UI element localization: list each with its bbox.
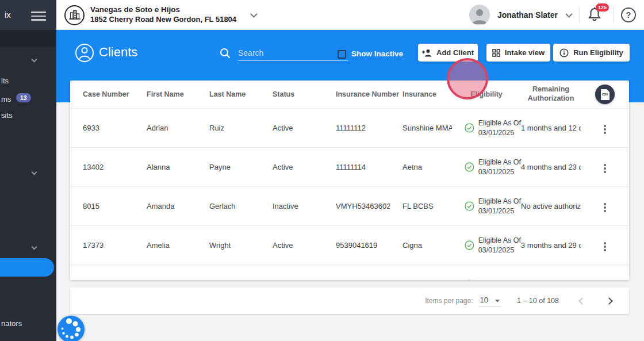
add-client-button[interactable]: Add Client: [418, 44, 478, 62]
cell-case-number: 8015: [70, 202, 134, 210]
column-header-case-number: Case Number: [70, 90, 134, 98]
avatar: [469, 5, 490, 25]
sidebar-item-its[interactable]: its: [1, 76, 9, 85]
cell-case-number: 13402: [70, 163, 134, 171]
intake-view-button[interactable]: Intake view: [486, 44, 550, 62]
sidebar-item-count-badge: 13: [16, 93, 31, 102]
help-button[interactable]: ?: [621, 7, 636, 22]
row-menu-button[interactable]: [600, 240, 610, 254]
cell-status: Active: [260, 241, 323, 250]
row-menu-button[interactable]: [600, 279, 610, 280]
items-per-page-label: Items per page:: [425, 297, 473, 305]
cell-remaining-authorization: 1 months and 12 days: [521, 124, 581, 132]
sidebar-divider: [0, 30, 56, 47]
grid-icon: [492, 49, 500, 57]
row-menu-button[interactable]: [600, 122, 610, 136]
column-header-remaining-authorization: Remaining Authorization: [521, 85, 581, 103]
row-menu-button[interactable]: [600, 201, 610, 214]
menu-toggle-button[interactable]: [31, 12, 46, 23]
divider: [579, 6, 580, 24]
show-inactive-checkbox[interactable]: [338, 50, 346, 59]
cell-first-name: Adrian: [134, 124, 197, 132]
cell-insurance-number: VMYH53463602: [323, 202, 390, 210]
sidebar-item-sits[interactable]: sits: [1, 111, 13, 120]
person-add-icon: [422, 49, 432, 57]
eligible-check-icon: [465, 201, 474, 212]
chevron-down-icon[interactable]: [565, 10, 573, 18]
table-row[interactable]: 16094 Amy Roberts Active 9539041619 FL M…: [70, 265, 629, 280]
cell-first-name: Amelia: [134, 241, 197, 250]
cell-last-name: Payne: [197, 163, 260, 171]
column-header-eligibility: Eligibility: [452, 90, 521, 98]
top-app-bar: Vanegas de Soto e Hijos 1852 Cherry Road…: [56, 0, 644, 30]
chevron-down-icon[interactable]: [32, 57, 37, 63]
cell-insurance: Aetna: [390, 163, 452, 171]
table-row[interactable]: 8015 Amanda Gerlach Inactive VMYH5346360…: [70, 186, 629, 225]
run-eligibility-button[interactable]: Run Eligibility: [553, 44, 630, 62]
cell-eligibility: Eligible As Of03/01/2025: [452, 236, 521, 255]
cell-insurance-number: 9539041619: [323, 241, 390, 250]
accessibility-widget-button[interactable]: [57, 316, 85, 341]
sidebar-item-ms[interactable]: ms: [1, 95, 11, 104]
cell-case-number: 6933: [70, 124, 134, 132]
cell-remaining-authorization: 3 months and 29 days: [521, 241, 581, 250]
cell-insurance: Cigna: [390, 241, 452, 250]
cell-eligibility: Eligible As Of03/01/2025: [452, 197, 521, 216]
divider: [613, 6, 614, 24]
eligible-check-icon: [465, 279, 474, 280]
sidebar-active-item[interactable]: [0, 258, 54, 277]
dots-wheel-icon: [57, 316, 85, 341]
cell-insurance: Sunshine MMA Med...: [390, 124, 452, 132]
clients-icon: [75, 43, 94, 65]
cell-insurance-number: 11111112: [323, 124, 390, 132]
page-size-select[interactable]: 10: [479, 296, 501, 306]
organization-address: 1852 Cherry Road New Gordon, FL 51804: [90, 15, 236, 24]
column-header-last-name: Last Name: [197, 90, 260, 98]
column-header-status: Status: [260, 90, 323, 98]
organization-logo-icon: [64, 5, 85, 25]
row-menu-button[interactable]: [600, 162, 610, 175]
table-row[interactable]: 13402 Alanna Payne Active 11111114 Aetna…: [70, 147, 629, 186]
eligible-check-icon: [465, 240, 474, 251]
cell-status: Active: [260, 163, 323, 171]
table-row[interactable]: 17373 Amelia Wright Active 9539041619 Ci…: [70, 225, 629, 265]
clients-table: Case Number First Name Last Name Status …: [70, 81, 629, 280]
column-header-insurance-number: Insurance Number: [323, 90, 390, 98]
cell-insurance-number: 11111114: [323, 163, 390, 171]
chevron-down-icon[interactable]: [32, 244, 37, 250]
eligible-check-icon: [465, 162, 474, 173]
search-input[interactable]: [238, 45, 348, 61]
caret-down-icon: [495, 300, 500, 302]
cell-case-number: 17373: [70, 241, 134, 250]
export-csv-button[interactable]: CSV: [595, 85, 615, 104]
cell-first-name: Alanna: [134, 163, 197, 171]
organization-switcher[interactable]: Vanegas de Soto e Hijos 1852 Cherry Road…: [64, 0, 256, 30]
pagination-range: 1 – 10 of 108: [517, 297, 559, 305]
show-inactive-label: Show Inactive: [351, 49, 403, 58]
cell-eligibility: Eligible As Of: [452, 279, 521, 280]
csv-file-icon: CSV: [601, 89, 610, 100]
cell-insurance: FL BCBS: [390, 202, 452, 210]
next-page-button[interactable]: [605, 297, 613, 305]
notifications-button[interactable]: 125: [587, 5, 605, 25]
eligible-check-icon: [465, 122, 474, 133]
notification-count-badge: 125: [596, 3, 609, 12]
sidebar-item-nators[interactable]: nators: [1, 319, 22, 328]
cell-eligibility: Eligible As Of03/01/2025: [452, 158, 521, 177]
sidebar-header: ix: [0, 0, 56, 30]
search-icon: [220, 48, 231, 61]
table-row[interactable]: 6933 Adrian Ruiz Active 11111112 Sunshin…: [70, 108, 629, 147]
cell-last-name: Gerlach: [197, 202, 260, 210]
user-name: Jonathan Slater: [497, 10, 558, 20]
brand-logo-text: ix: [5, 10, 11, 20]
prev-page-button[interactable]: [578, 297, 586, 305]
chevron-down-icon[interactable]: [32, 170, 37, 175]
table-header-row: Case Number First Name Last Name Status …: [70, 81, 629, 108]
organization-name: Vanegas de Soto e Hijos: [90, 5, 236, 15]
cell-first-name: Amanda: [134, 202, 197, 210]
cell-remaining-authorization: No active authorizati...: [521, 202, 581, 210]
chevron-down-icon[interactable]: [250, 10, 258, 18]
pagination-bar: Items per page: 10 1 – 10 of 108: [70, 288, 629, 314]
cell-eligibility: Eligible As Of03/01/2025: [452, 118, 521, 137]
cell-status: Inactive: [260, 202, 323, 210]
